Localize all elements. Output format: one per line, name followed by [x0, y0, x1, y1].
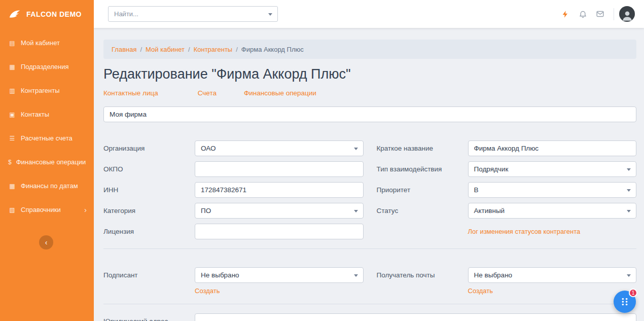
global-search-combobox[interactable]: [108, 6, 278, 22]
signer-create-row: Создать: [103, 287, 364, 295]
category-label: Категория: [103, 207, 195, 215]
status-select-value: Активный: [474, 207, 505, 215]
license-input[interactable]: [195, 224, 364, 239]
company-name-input[interactable]: [103, 106, 636, 122]
sidebar-item-label: Финансовые операции: [16, 158, 86, 166]
sidebar-collapse-button[interactable]: ‹: [39, 235, 53, 249]
form-row-mail-recipient: Получатель почты Не выбрано: [377, 267, 637, 283]
page-title: Редактирование "Фирма Аккорд Плюс": [103, 66, 636, 82]
interaction-type-label: Тип взаимодействия: [377, 165, 468, 173]
chevron-down-icon: [354, 274, 358, 277]
category-select-value: ПО: [201, 207, 211, 215]
chat-unread-badge: 1: [629, 289, 637, 297]
sidebar-item-departments[interactable]: ▦ Подразделения: [0, 55, 94, 79]
section-divider: [103, 248, 636, 249]
status-select[interactable]: Активный: [468, 203, 637, 219]
chevron-down-icon: [627, 168, 631, 171]
category-select[interactable]: ПО: [195, 203, 364, 219]
priority-select[interactable]: B: [468, 182, 637, 198]
sidebar: FALCON DEMO ▤ Мой кабинет ▦ Подразделени…: [0, 0, 94, 321]
finance-by-dates-icon: ▦: [8, 183, 16, 190]
brand-logo[interactable]: FALCON DEMO: [0, 0, 94, 28]
chevron-down-icon: [268, 13, 272, 16]
section-divider: [103, 304, 636, 304]
sidebar-item-settlement-accounts[interactable]: ☰ Расчетные счета: [0, 126, 94, 150]
sidebar-item-finance-operations[interactable]: $ Финансовые операции: [0, 150, 94, 174]
legal-address-label: Юридический адрес: [103, 317, 195, 321]
sidebar-item-contractors[interactable]: ▥ Контрагенты: [0, 79, 94, 102]
sidebar-item-contacts[interactable]: ▣ Контакты: [0, 102, 94, 126]
breadcrumb-separator: /: [188, 46, 190, 53]
mail-recipient-select[interactable]: Не выбрано: [468, 267, 637, 283]
notifications-flash-button[interactable]: [557, 6, 574, 23]
interaction-type-select-value: Подрядчик: [474, 165, 509, 173]
bell-icon: [579, 10, 587, 18]
mail-recipient-select-value: Не выбрано: [474, 271, 513, 279]
breadcrumb-separator: /: [236, 46, 238, 53]
breadcrumb-my-cabinet[interactable]: Мой кабинет: [146, 46, 185, 53]
form-row-inn: ИНН: [103, 182, 364, 198]
form-row-legal-address: Юридический адрес: [103, 313, 636, 321]
form-row-status: Статус Активный: [377, 203, 637, 219]
signer-section: Подписант Не выбрано Получатель почты Не…: [103, 267, 636, 295]
sidebar-item-my-cabinet[interactable]: ▤ Мой кабинет: [0, 31, 94, 55]
search-input[interactable]: [109, 7, 277, 21]
signer-select[interactable]: Не выбрано: [195, 267, 364, 283]
priority-select-value: B: [474, 186, 479, 194]
signer-create-link[interactable]: Создать: [195, 287, 220, 295]
contractor-form: Организация ОАО Краткое название ОКПО Ти…: [103, 140, 636, 239]
chat-dots-icon: [619, 296, 630, 307]
topbar: [94, 0, 644, 28]
notifications-bell-button[interactable]: [574, 6, 591, 23]
short-name-label: Краткое название: [377, 145, 468, 152]
falcon-logo-icon: [7, 7, 22, 22]
organization-label: Организация: [103, 145, 195, 152]
envelope-icon: [596, 10, 604, 18]
chevron-right-icon: ›: [84, 205, 87, 214]
mail-recipient-create-link[interactable]: Создать: [468, 287, 493, 295]
interaction-type-select[interactable]: Подрядчик: [468, 161, 637, 177]
form-row-priority: Приоритет B: [377, 182, 637, 198]
tab-invoices[interactable]: Счета: [198, 89, 217, 97]
person-icon: [621, 9, 634, 22]
breadcrumb-separator: /: [140, 46, 142, 53]
messages-button[interactable]: [591, 6, 609, 23]
form-row-signer: Подписант Не выбрано: [103, 267, 364, 283]
license-label: Лицензия: [103, 228, 195, 235]
main-content: Главная / Мой кабинет / Контрагенты / Фи…: [94, 28, 644, 321]
sidebar-item-label: Контрагенты: [21, 87, 60, 94]
inn-label: ИНН: [103, 186, 195, 194]
status-log-link[interactable]: Лог изменения статусов контрагента: [468, 228, 581, 235]
chevron-left-icon: ‹: [45, 238, 48, 246]
sidebar-item-finance-by-dates[interactable]: ▦ Финансы по датам: [0, 174, 94, 198]
legal-address-input[interactable]: [195, 313, 636, 321]
sidebar-item-label: Расчетные счета: [21, 134, 73, 142]
settlement-accounts-icon: ☰: [8, 135, 16, 142]
breadcrumb-current: Фирма Аккорд Плюс: [241, 46, 304, 53]
chevron-down-icon: [354, 148, 358, 150]
chat-widget-button[interactable]: 1: [614, 291, 636, 313]
lightning-icon: [561, 10, 569, 18]
organization-select[interactable]: ОАО: [195, 140, 364, 156]
directories-icon: ▧: [8, 206, 16, 213]
chevron-down-icon: [627, 189, 631, 192]
sidebar-item-directories[interactable]: ▧ Справочники ›: [0, 198, 94, 222]
form-row-organization: Организация ОАО: [103, 140, 364, 156]
form-row-category: Категория ПО: [103, 203, 364, 219]
inn-input[interactable]: [195, 182, 364, 198]
form-row-license: Лицензия: [103, 224, 364, 239]
okpo-input[interactable]: [195, 161, 364, 177]
short-name-input[interactable]: [468, 140, 637, 156]
chevron-down-icon: [354, 210, 358, 212]
form-row-status-log: Лог изменения статусов контрагента: [377, 224, 637, 239]
breadcrumb-home[interactable]: Главная: [112, 46, 136, 53]
sidebar-menu: ▤ Мой кабинет ▦ Подразделения ▥ Контраге…: [0, 31, 94, 222]
user-avatar[interactable]: [619, 6, 635, 22]
status-label: Статус: [377, 207, 468, 215]
organization-select-value: ОАО: [201, 145, 216, 152]
form-row-short-name: Краткое название: [377, 140, 637, 156]
tab-contact-persons[interactable]: Контактные лица: [103, 89, 158, 97]
breadcrumb-contractors[interactable]: Контрагенты: [194, 46, 233, 53]
contacts-icon: ▣: [8, 111, 16, 118]
tab-finance-operations[interactable]: Финансовые операции: [244, 89, 316, 97]
